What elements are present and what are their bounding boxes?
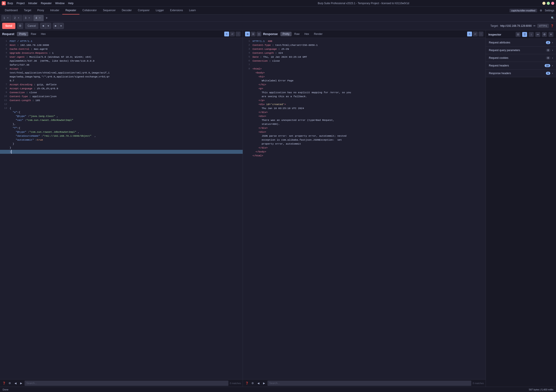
nav-dashboard[interactable]: Dashboard [2,7,21,15]
response-search-help-icon[interactable]: ❓ [245,381,249,385]
request-tabs: Pretty Raw Hex [17,32,224,36]
request-search-prev-icon[interactable]: ◀ [13,381,17,385]
settings-label[interactable]: Settings [545,9,554,12]
tab-1[interactable]: 1 × [1,15,12,21]
inspector-panel: Inspector ⊟ ☰ ↕ ⇔ ⚙ ✕ Request attributes… [486,30,556,387]
tab-search-icon[interactable]: 🔍 [550,16,555,20]
response-search-input[interactable] [268,381,471,386]
nav-logger[interactable]: Logger [153,7,167,15]
code-line: 11Content-Length : 105 [0,99,243,102]
close-button[interactable] [551,2,554,5]
response-tab-render[interactable]: Render [312,32,325,36]
request-wrap-icon[interactable]: ↵ [230,31,235,36]
inspector-settings-icon[interactable]: ⚙ [542,32,547,37]
menu-intruder[interactable]: Intruder [28,2,37,5]
settings-button[interactable]: ⚙ [17,23,23,29]
request-copy-icon[interactable]: ⎘ [224,31,229,36]
code-line: 10Content-Type : application/json [0,94,243,99]
request-search-input[interactable] [24,381,228,386]
menu-project[interactable]: Project [16,2,24,5]
response-view-list-icon[interactable]: ☰ [251,31,256,36]
nav-back-dropdown[interactable]: ▼ [46,23,51,29]
nav-decoder[interactable]: Decoder [119,7,135,15]
code-line: property error, autoCommit [243,142,486,146]
inspector-view-icon-2[interactable]: ☰ [522,32,527,37]
request-search-next-icon[interactable]: ▶ [19,381,23,385]
code-line: 3Cache-Control : max-age=0 [0,47,243,51]
request-search-help-icon[interactable]: ❓ [2,381,6,385]
inspector-resize-icon[interactable]: ⇔ [535,32,540,37]
inspector-section-request-attributes-header[interactable]: Request attributes 2 › [486,39,556,46]
nav-forward-button[interactable]: ▶ [53,23,58,29]
tab-4-label: 4 [36,16,37,20]
tab-2-close[interactable]: × [17,16,20,20]
tab-4[interactable]: 4 × [33,15,44,21]
menu-repeater[interactable]: Repeater [41,2,52,5]
code-line: status=400). [243,122,486,126]
add-tab-button[interactable]: + [44,15,49,21]
tabs-bar: 1 × 2 × 3 × 4 × + 🔍 [0,15,556,22]
request-more-icon[interactable]: ⋮ [236,31,240,36]
tab-3-close[interactable]: × [28,16,31,20]
tab-4-close[interactable]: × [39,16,41,20]
send-button[interactable]: Send [2,23,15,29]
nav-intruder[interactable]: Intruder [47,7,62,15]
code-line: 6Connection : close [243,59,486,63]
nav-comparer[interactable]: Comparer [135,7,153,15]
inspector-section-query-params-header[interactable]: Request query parameters 0 › [486,46,556,54]
inspector-section-request-headers-header[interactable]: Request headers 10 › [486,62,556,69]
response-search-next-icon[interactable]: ▶ [262,381,266,385]
nav-back-button[interactable]: ◀ [40,23,46,29]
response-tab-pretty[interactable]: Pretty [280,32,292,36]
nav-learn[interactable]: Learn [186,7,199,15]
request-tab-raw[interactable]: Raw [29,32,39,36]
request-tab-hex[interactable]: Hex [39,32,48,36]
inspector-section-response-headers-chevron: › [552,72,553,75]
response-tab-raw[interactable]: Raw [292,32,302,36]
tab-1-close[interactable]: × [6,16,9,20]
response-more-icon[interactable]: ⋮ [479,31,483,36]
response-search-prev-icon[interactable]: ◀ [256,381,261,385]
inspector-section-response-headers: Response headers 5 › [486,69,556,77]
nav-proxy[interactable]: Proxy [34,7,47,15]
response-search-settings-icon[interactable]: ⚙ [250,381,255,385]
request-search-settings-icon[interactable]: ⚙ [8,381,12,385]
response-view-alt-icon[interactable]: ◫ [256,31,261,36]
response-view-split-icon[interactable]: ⊞ [245,31,250,36]
inspector-section-cookies-header[interactable]: Request cookies 0 › [486,54,556,62]
inspector-sort-icon[interactable]: ↕ [529,32,534,37]
inspector-section-response-headers-header[interactable]: Response headers 5 › [486,69,556,77]
http-version-help-icon[interactable]: ❓ [550,24,554,27]
inspector-close-icon[interactable]: ✕ [548,32,553,37]
nav-sequencer[interactable]: Sequencer [100,7,119,15]
response-wrap-icon[interactable]: ↵ [473,31,478,36]
toolbar: Send ⚙ Cancel ◀ ▼ ▶ ▼ Target: http://192… [0,22,556,30]
response-tab-hex[interactable]: Hex [302,32,311,36]
http-version-badge[interactable]: HTTP/1 [537,24,549,28]
inspector-view-icon-1[interactable]: ⊟ [516,32,520,37]
tab-2[interactable]: 2 × [12,15,22,21]
response-view-toggles: ⊞ ☰ ◫ [245,31,261,36]
nav-collaborator[interactable]: Collaborator [79,7,100,15]
target-edit-icon[interactable]: ✏ [533,24,536,27]
response-copy-icon[interactable]: ⎘ [467,31,472,36]
inspector-section-cookies-title: Request cookies [489,56,546,60]
cancel-button[interactable]: Cancel [25,23,39,29]
code-line: AppleWebKit/537.36 (KHTML, like Gecko) C… [0,59,243,63]
settings-icon[interactable]: ⚙ [540,9,542,12]
request-tab-pretty[interactable]: Pretty [17,32,28,36]
request-editor[interactable]: 1POST / HTTP/1.1 2Host : 192.168.79.128:… [0,38,243,379]
nav-repeater[interactable]: Repeater [62,7,79,15]
target-info: Target: http://192.168.79.128:8090 ✏ HTT… [490,24,554,28]
minimize-button[interactable] [542,2,546,5]
maximize-button[interactable] [547,2,550,5]
code-line: 8<html> [243,67,486,71]
menu-burp[interactable]: Burp [8,2,13,5]
nav-target[interactable]: Target [21,7,34,15]
menu-window[interactable]: Window [55,2,64,5]
response-editor[interactable]: 1HTTP/1.1 400 2Content-Type : text/html;… [243,38,486,379]
tab-3[interactable]: 3 × [23,15,33,21]
nav-forward-dropdown[interactable]: ▼ [58,23,64,29]
menu-help[interactable]: Help [68,2,74,5]
nav-extensions[interactable]: Extensions [167,7,186,15]
